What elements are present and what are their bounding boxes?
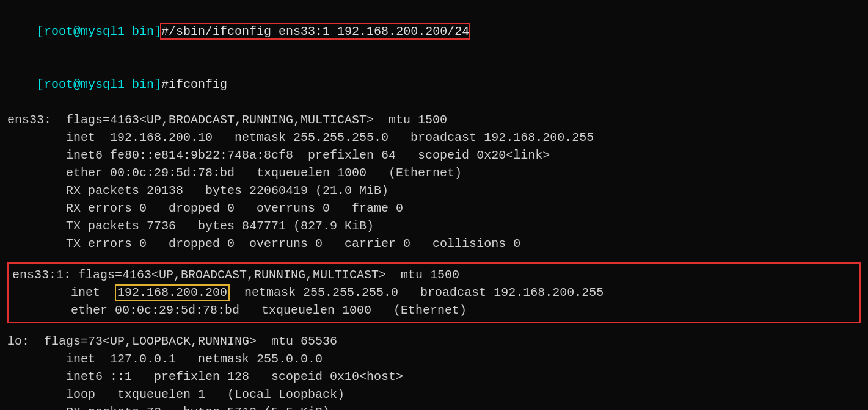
command-1-highlight: #/sbin/ifconfig ens33:1 192.168.200.200/… [161,24,469,38]
ens33-rx-packets: RX packets 20138 bytes 22060419 (21.0 Mi… [7,182,861,200]
highlighted-command-1: #/sbin/ifconfig ens33:1 192.168.200.200/… [161,24,469,38]
lo-inet6: inet6 ::1 prefixlen 128 scopeid 0x10<hos… [7,368,861,386]
prompt-1: [root@mysql1 bin] [37,24,161,38]
ens33-1-inet-suffix: netmask 255.255.255.0 broadcast 192.168.… [230,286,604,300]
ens33-inet: inet 192.168.200.10 netmask 255.255.255.… [7,129,861,146]
prompt-2: [root@mysql1 bin] [37,77,161,92]
command-2: #ifconfig [161,77,227,92]
lo-loop: loop txqueuelen 1 (Local Loopback) [7,386,861,403]
ens33-1-block: ens33:1: flags=4163<UP,BROADCAST,RUNNING… [7,262,861,323]
ens33-1-inet-prefix: inet [12,286,115,300]
lo-header: lo: flags=73<UP,LOOPBACK,RUNNING> mtu 65… [7,333,861,350]
ens33-tx-packets: TX packets 7736 bytes 847771 (827.9 KiB) [7,217,861,235]
terminal-window: [root@mysql1 bin]#/sbin/ifconfig ens33:1… [7,5,861,410]
ens33-tx-errors: TX errors 0 dropped 0 overruns 0 carrier… [7,235,861,253]
ens33-ether: ether 00:0c:29:5d:78:bd txqueuelen 1000 … [7,164,861,182]
ens33-rx-errors: RX errors 0 dropped 0 overruns 0 frame 0 [7,200,861,217]
lo-rx-packets: RX packets 72 bytes 5712 (5.5 KiB) [7,403,861,410]
lo-inet: inet 127.0.0.1 netmask 255.0.0.0 [7,350,861,368]
ens33-1-header: ens33:1: flags=4163<UP,BROADCAST,RUNNING… [12,266,856,284]
ens33-inet6: inet6 fe80::e814:9b22:748a:8cf8 prefixle… [7,146,861,164]
command-line-1: [root@mysql1 bin]#/sbin/ifconfig ens33:1… [7,5,861,58]
ens33-header: ens33: flags=4163<UP,BROADCAST,RUNNING,M… [7,111,861,129]
ens33-1-ether: ether 00:0c:29:5d:78:bd txqueuelen 1000 … [12,301,856,319]
command-line-2: [root@mysql1 bin]#ifconfig [7,58,861,111]
ens33-1-inet: inet 192.168.200.200 netmask 255.255.255… [12,284,856,301]
ens33-1-ip-highlighted: 192.168.200.200 [115,284,230,301]
